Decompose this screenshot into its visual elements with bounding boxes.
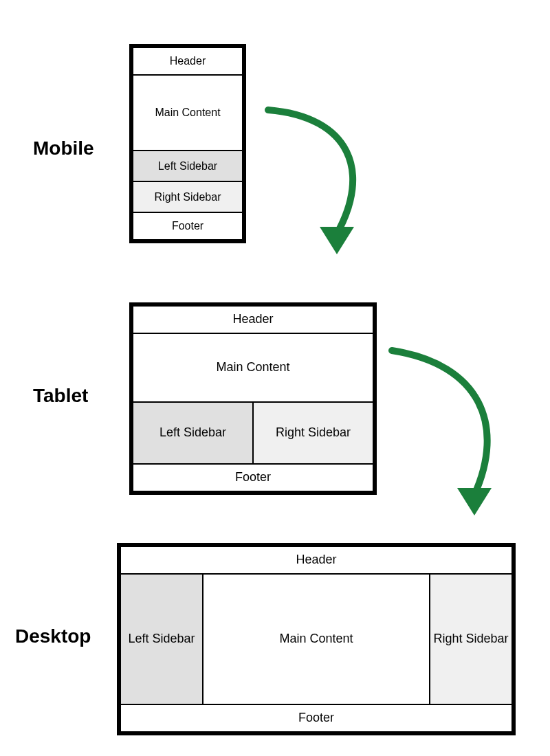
svg-marker-0 (320, 227, 354, 254)
mobile-left-sidebar-region: Left Sidebar (132, 150, 243, 182)
wireframe-desktop: Header Left Sidebar Main Content Right S… (117, 543, 516, 735)
wireframe-tablet: Header Main Content Left Sidebar Right S… (129, 302, 377, 495)
desktop-header-region: Header (120, 546, 513, 575)
arrow-tablet-to-desktop-icon (385, 344, 509, 522)
desktop-right-sidebar-region: Right Sidebar (429, 573, 513, 705)
breakpoint-label-mobile: Mobile (33, 137, 94, 159)
breakpoint-label-tablet: Tablet (33, 385, 88, 407)
mobile-footer-region: Footer (132, 212, 243, 241)
tablet-footer-region: Footer (132, 463, 374, 492)
tablet-right-sidebar-region: Right Sidebar (252, 401, 374, 465)
desktop-footer-region: Footer (120, 704, 513, 733)
desktop-main-region: Main Content (202, 573, 430, 705)
wireframe-mobile: Header Main Content Left Sidebar Right S… (129, 44, 246, 243)
mobile-main-region: Main Content (132, 74, 243, 151)
mobile-header-region: Header (132, 47, 243, 76)
tablet-header-region: Header (132, 305, 374, 334)
mobile-right-sidebar-region: Right Sidebar (132, 181, 243, 213)
breakpoint-label-desktop: Desktop (15, 625, 91, 647)
tablet-main-region: Main Content (132, 333, 374, 403)
svg-marker-1 (457, 488, 492, 515)
arrow-mobile-to-tablet-icon (261, 103, 385, 261)
desktop-left-sidebar-region: Left Sidebar (120, 573, 204, 705)
tablet-left-sidebar-region: Left Sidebar (132, 401, 254, 465)
